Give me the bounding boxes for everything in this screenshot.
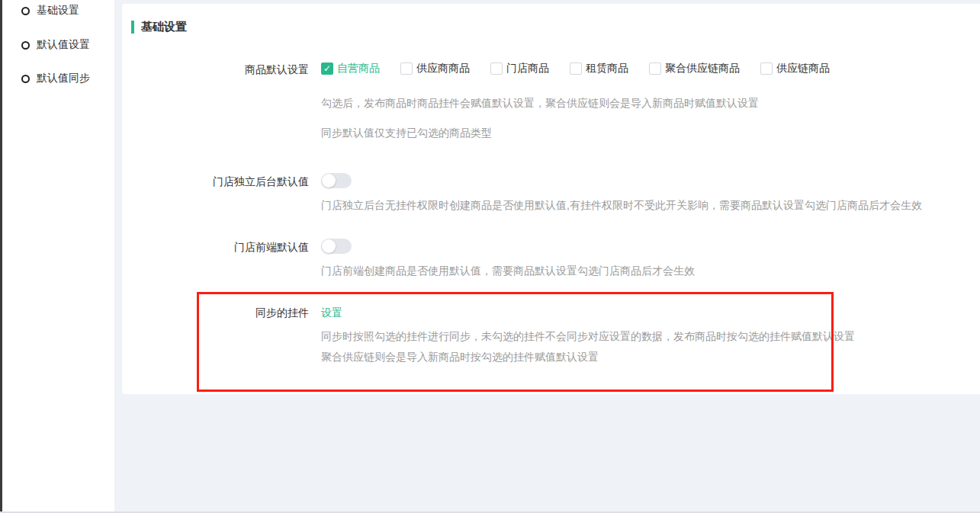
- checkbox-icon: ✓: [490, 63, 503, 75]
- basic-settings-panel: 基础设置 商品默认设置 ✓ 自营商品 ✓ 供应商商品 ✓ 门店商品 ✓ 租赁商品…: [122, 4, 980, 394]
- sidebar-item-default-value-settings[interactable]: 默认值设置: [21, 37, 90, 53]
- store-front-help: 门店前端创建商品是否使用默认值，需要商品默认设置勾选门店商品后才会生效: [321, 265, 695, 278]
- sidebar-item-default-value-sync[interactable]: 默认值同步: [21, 71, 90, 86]
- toggle-knob-icon: [322, 239, 336, 253]
- checkbox-aggregated-supply-chain-product[interactable]: ✓ 聚合供应链商品: [649, 62, 740, 75]
- sync-widgets-label: 同步的挂件: [122, 306, 309, 320]
- radio-circle-icon: [21, 41, 30, 50]
- checkbox-supply-chain-product[interactable]: ✓ 供应链商品: [760, 62, 830, 75]
- toggle-knob-icon: [322, 174, 336, 188]
- store-front-toggle[interactable]: [321, 239, 352, 254]
- sidebar-item-label: 默认值同步: [37, 72, 90, 85]
- checkbox-self-operated-product[interactable]: ✓ 自营商品: [321, 62, 380, 75]
- checkbox-icon: ✓: [321, 63, 333, 75]
- store-backend-help: 门店独立后台无挂件权限时创建商品是否使用默认值,有挂件权限时不受此开关影响，需要…: [321, 199, 922, 213]
- sidebar-item-basic-settings[interactable]: 基础设置: [21, 3, 79, 18]
- checkbox-store-product[interactable]: ✓ 门店商品: [490, 62, 549, 75]
- sidebar-item-label: 默认值设置: [37, 38, 90, 52]
- checkbox-icon: ✓: [570, 63, 582, 75]
- store-backend-control: [321, 173, 352, 188]
- store-backend-label: 门店独立后台默认值: [122, 175, 309, 189]
- checkbox-supplier-product[interactable]: ✓ 供应商商品: [400, 62, 470, 75]
- product-default-help-2: 同步默认值仅支持已勾选的商品类型: [321, 127, 492, 140]
- checkbox-icon: ✓: [649, 63, 661, 75]
- checkbox-icon: ✓: [400, 63, 413, 75]
- product-default-checkbox-group: ✓ 自营商品 ✓ 供应商商品 ✓ 门店商品 ✓ 租赁商品 ✓ 聚合供应链商品 ✓…: [321, 62, 830, 75]
- accent-bar-icon: [131, 21, 134, 34]
- sync-widgets-help-2: 聚合供应链则会是导入新商品时按勾选的挂件赋值默认设置: [321, 351, 599, 364]
- store-front-label: 门店前端默认值: [122, 241, 309, 255]
- radio-circle-icon: [21, 7, 30, 15]
- radio-circle-icon: [21, 75, 30, 83]
- sync-widgets-help-1: 同步时按照勾选的挂件进行同步，未勾选的挂件不会同步对应设置的数据，发布商品时按勾…: [321, 330, 855, 344]
- checkbox-lease-product[interactable]: ✓ 租赁商品: [570, 62, 628, 75]
- checkbox-icon: ✓: [760, 63, 773, 75]
- store-backend-toggle[interactable]: [321, 173, 352, 188]
- product-default-help-1: 勾选后，发布商品时商品挂件会赋值默认设置，聚合供应链则会是导入新商品时赋值默认设…: [321, 97, 759, 111]
- store-front-control: [321, 239, 352, 254]
- sync-widgets-settings-link[interactable]: 设置: [321, 306, 342, 320]
- settings-sidebar: 基础设置 默认值设置 默认值同步: [2, 0, 114, 511]
- product-default-label: 商品默认设置: [122, 63, 309, 77]
- sidebar-item-label: 基础设置: [37, 4, 79, 18]
- section-title-text: 基础设置: [141, 20, 187, 34]
- section-title: 基础设置: [131, 20, 187, 34]
- sync-widgets-control: 设置: [321, 306, 342, 320]
